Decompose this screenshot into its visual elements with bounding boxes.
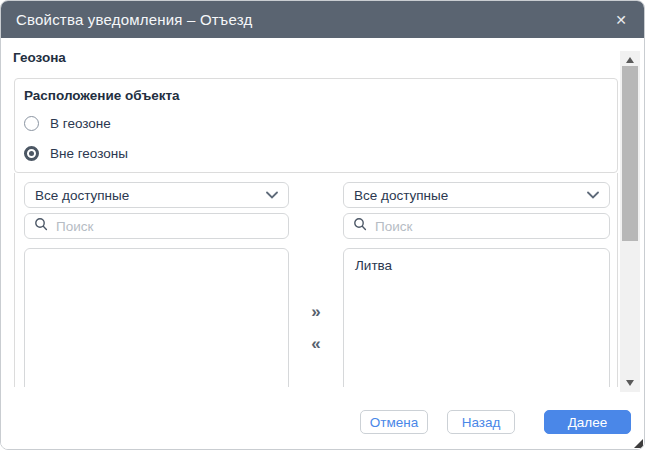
resize-grip[interactable] <box>634 439 643 448</box>
next-button[interactable]: Далее <box>544 410 631 434</box>
geozone-transfer-group: Все доступные Все доступные <box>14 173 618 387</box>
radio-label: В геозоне <box>50 116 111 131</box>
scroll-down-icon[interactable] <box>626 380 634 386</box>
back-button[interactable]: Назад <box>447 410 515 434</box>
search-box-left <box>24 213 289 239</box>
available-geozones-list[interactable] <box>24 248 289 387</box>
scrollbar-thumb[interactable] <box>622 66 638 241</box>
radio-label: Вне геозоны <box>50 146 128 161</box>
chevron-down-icon <box>587 191 599 199</box>
search-input-right[interactable] <box>375 219 600 234</box>
cancel-button[interactable]: Отмена <box>360 410 428 434</box>
dialog-title: Свойства уведомления – Отъезд <box>16 11 252 28</box>
selected-filter-value: Все доступные <box>35 188 129 203</box>
selected-geozones-list[interactable]: Литва <box>343 248 610 387</box>
dialog-content: Геозона Расположение объекта В геозоне В… <box>1 38 644 449</box>
search-icon <box>353 217 367 235</box>
list-item[interactable]: Литва <box>344 249 609 273</box>
available-filter-select-right[interactable]: Все доступные <box>343 182 610 208</box>
selected-filter-value: Все доступные <box>354 188 448 203</box>
search-icon <box>34 217 48 235</box>
close-icon[interactable]: ✕ <box>613 11 629 29</box>
radio-checked-icon[interactable] <box>24 146 39 161</box>
available-filter-select-left[interactable]: Все доступные <box>24 182 289 208</box>
object-location-legend: Расположение объекта <box>24 88 180 103</box>
search-input-left[interactable] <box>56 219 279 234</box>
notification-properties-dialog: Свойства уведомления – Отъезд ✕ Геозона … <box>0 0 645 450</box>
radio-in-geozone[interactable]: В геозоне <box>24 113 111 133</box>
move-right-button[interactable]: » <box>303 301 329 323</box>
radio-outside-geozone[interactable]: Вне геозоны <box>24 143 128 163</box>
dialog-titlebar: Свойства уведомления – Отъезд ✕ <box>1 1 644 38</box>
object-location-group: Расположение объекта В геозоне Вне геозо… <box>14 78 618 173</box>
radio-icon[interactable] <box>24 116 39 131</box>
scroll-up-icon[interactable] <box>626 57 634 63</box>
vertical-scrollbar[interactable] <box>620 51 640 392</box>
chevron-down-icon <box>266 191 278 199</box>
search-box-right <box>343 213 610 239</box>
page-title: Геозона <box>13 50 66 65</box>
move-left-button[interactable]: « <box>303 333 329 355</box>
